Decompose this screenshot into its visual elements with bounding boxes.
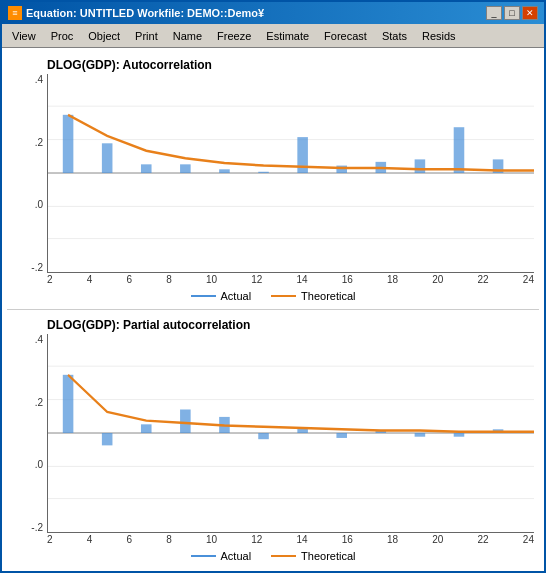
chart2-legend-theoretical: Theoretical [271, 550, 355, 562]
svg-rect-13 [336, 166, 347, 173]
svg-rect-25 [102, 433, 113, 445]
y2-label-04: .4 [35, 334, 43, 345]
chart1-area: .4 .2 .0 -.2 [12, 74, 534, 273]
y2-label-00: .0 [35, 459, 43, 470]
chart1-legend: Actual Theoretical [12, 286, 534, 306]
svg-rect-10 [219, 169, 230, 173]
svg-rect-9 [180, 164, 191, 173]
title-bar: ≡ Equation: UNTITLED Workfile: DEMO::Dem… [2, 2, 544, 24]
chart-divider [7, 309, 539, 310]
maximize-button[interactable]: □ [504, 6, 520, 20]
menu-object[interactable]: Object [81, 27, 127, 45]
svg-rect-15 [415, 159, 426, 173]
menu-resids[interactable]: Resids [415, 27, 463, 45]
svg-rect-8 [141, 164, 152, 173]
chart2-legend-actual: Actual [191, 550, 252, 562]
chart1-legend-actual: Actual [191, 290, 252, 302]
chart1-title: DLOG(GDP): Autocorrelation [47, 58, 534, 72]
svg-rect-31 [336, 433, 347, 438]
chart2-x-axis: 2 4 6 8 10 12 14 16 18 20 22 24 [47, 533, 534, 546]
chart2-inner [47, 334, 534, 533]
svg-rect-7 [102, 143, 113, 173]
y-label-02: .2 [35, 137, 43, 148]
chart2-theoretical-label: Theoretical [301, 550, 355, 562]
content-area: DLOG(GDP): Autocorrelation .4 .2 .0 -.2 [2, 48, 544, 571]
menu-name[interactable]: Name [166, 27, 209, 45]
chart1-y-axis: .4 .2 .0 -.2 [12, 74, 47, 273]
y2-label-02: .2 [35, 397, 43, 408]
chart1-actual-label: Actual [221, 290, 252, 302]
svg-rect-33 [415, 433, 426, 437]
chart2-title: DLOG(GDP): Partial autocorrelation [47, 318, 534, 332]
y-label-neg02: -.2 [31, 262, 43, 273]
title-bar-left: ≡ Equation: UNTITLED Workfile: DEMO::Dem… [8, 6, 264, 20]
autocorrelation-chart: DLOG(GDP): Autocorrelation .4 .2 .0 -.2 [7, 53, 539, 306]
svg-rect-27 [180, 409, 191, 433]
chart1-inner [47, 74, 534, 273]
title-controls: _ □ ✕ [486, 6, 538, 20]
svg-rect-11 [258, 172, 269, 173]
chart2-area: .4 .2 .0 -.2 [12, 334, 534, 533]
app-icon: ≡ [8, 6, 22, 20]
close-button[interactable]: ✕ [522, 6, 538, 20]
chart1-legend-theoretical: Theoretical [271, 290, 355, 302]
main-window: ≡ Equation: UNTITLED Workfile: DEMO::Dem… [0, 0, 546, 573]
svg-rect-24 [63, 375, 74, 433]
chart1-theoretical-label: Theoretical [301, 290, 355, 302]
menu-forecast[interactable]: Forecast [317, 27, 374, 45]
actual-line-icon [191, 295, 216, 297]
window-title: Equation: UNTITLED Workfile: DEMO::Demo¥ [26, 7, 264, 19]
svg-rect-16 [454, 127, 465, 173]
y-label-04: .4 [35, 74, 43, 85]
chart1-svg [48, 74, 534, 272]
actual2-line-icon [191, 555, 216, 557]
menu-proc[interactable]: Proc [44, 27, 81, 45]
menu-print[interactable]: Print [128, 27, 165, 45]
menu-bar: View Proc Object Print Name Freeze Estim… [2, 24, 544, 48]
theoretical2-line-icon [271, 555, 296, 557]
y2-label-neg02: -.2 [31, 522, 43, 533]
svg-rect-26 [141, 424, 152, 433]
chart2-legend: Actual Theoretical [12, 546, 534, 566]
chart1-x-axis: 2 4 6 8 10 12 14 16 18 20 22 24 [47, 273, 534, 286]
svg-rect-34 [454, 433, 465, 437]
menu-freeze[interactable]: Freeze [210, 27, 258, 45]
minimize-button[interactable]: _ [486, 6, 502, 20]
menu-stats[interactable]: Stats [375, 27, 414, 45]
menu-estimate[interactable]: Estimate [259, 27, 316, 45]
svg-rect-6 [63, 115, 74, 173]
chart2-actual-label: Actual [221, 550, 252, 562]
chart2-y-axis: .4 .2 .0 -.2 [12, 334, 47, 533]
partial-autocorrelation-chart: DLOG(GDP): Partial autocorrelation .4 .2… [7, 313, 539, 566]
y-label-00: .0 [35, 199, 43, 210]
menu-view[interactable]: View [5, 27, 43, 45]
chart2-svg [48, 334, 534, 532]
theoretical-line-icon [271, 295, 296, 297]
svg-rect-29 [258, 433, 269, 439]
